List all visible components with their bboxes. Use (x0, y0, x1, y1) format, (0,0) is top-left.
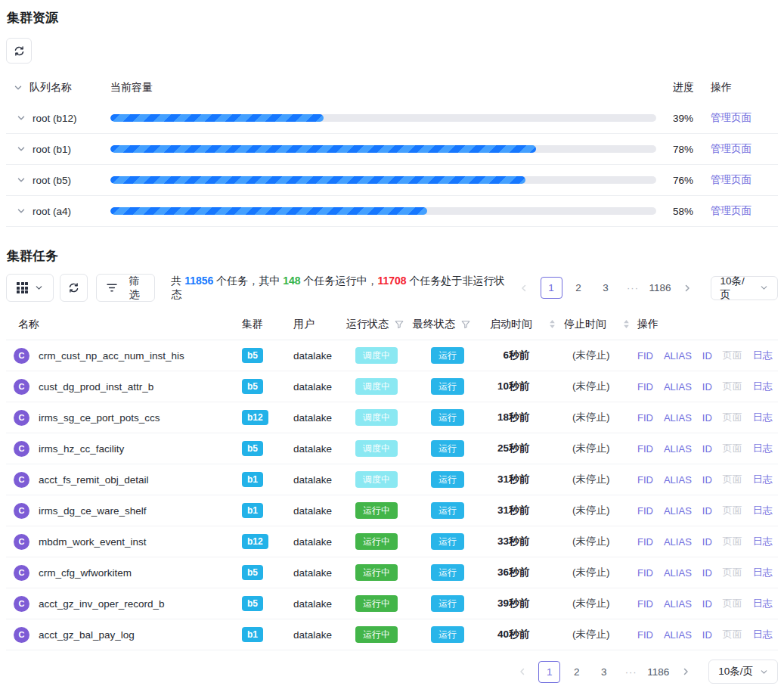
task-user: datalake (293, 443, 346, 455)
alias-link[interactable]: ALIAS (664, 443, 692, 455)
stop-time: (未停止) (564, 597, 637, 610)
row-expand-chevron-icon[interactable] (17, 144, 26, 154)
fid-link[interactable]: FID (637, 598, 653, 610)
log-link[interactable]: 日志 (753, 597, 773, 610)
fid-link[interactable]: FID (637, 443, 653, 455)
final-status-badge: 运行 (431, 378, 464, 395)
resources-refresh-button[interactable] (6, 38, 32, 64)
pagination-page-current[interactable]: 1 (538, 661, 560, 683)
alias-link[interactable]: ALIAS (664, 505, 692, 517)
task-avatar: C (14, 379, 29, 395)
task-name: acct_gz_inv_oper_record_b (39, 598, 165, 610)
alias-link[interactable]: ALIAS (664, 567, 692, 579)
final-status-filter-funnel-icon[interactable] (461, 320, 470, 329)
fid-link[interactable]: FID (637, 412, 653, 424)
collapse-all-chevron-icon[interactable] (14, 83, 23, 92)
pagination-ellipsis[interactable]: ··· (620, 661, 642, 683)
cluster-badge: b5 (242, 596, 263, 610)
pagination-page-last[interactable]: 1186 (649, 277, 671, 299)
pagination-page[interactable]: 3 (593, 661, 615, 683)
id-link[interactable]: ID (702, 567, 712, 579)
alias-link[interactable]: ALIAS (664, 381, 692, 393)
task-row: C cust_dg_prod_inst_attr_b b5 datalake 调… (6, 371, 778, 402)
run-status-badge: 调度中 (355, 378, 398, 395)
pagination-page-current[interactable]: 1 (541, 277, 562, 299)
column-settings-button[interactable] (6, 274, 54, 302)
alias-link[interactable]: ALIAS (664, 412, 692, 424)
id-link[interactable]: ID (702, 412, 712, 424)
fid-link[interactable]: FID (637, 567, 653, 579)
manage-page-link[interactable]: 管理页面 (711, 174, 751, 185)
page-size-value: 10条/页 (720, 275, 754, 302)
fid-link[interactable]: FID (637, 381, 653, 393)
fid-link[interactable]: FID (637, 350, 653, 362)
task-table: 名称 集群 用户 运行状态 最终状态 启动时间 (6, 309, 778, 650)
run-status-badge: 调度中 (355, 440, 398, 457)
fid-link[interactable]: FID (637, 629, 653, 641)
page-size-select[interactable]: 10条/页 (708, 660, 778, 684)
alias-link[interactable]: ALIAS (664, 598, 692, 610)
log-link[interactable]: 日志 (753, 442, 773, 455)
filter-button[interactable]: 筛选 (96, 274, 156, 302)
task-row: C crm_cfg_wfworkitem b5 datalake 运行中 运行 … (6, 557, 778, 588)
pagination-page[interactable]: 2 (568, 277, 590, 299)
pagination-prev-icon[interactable] (513, 277, 535, 299)
task-name: mbdm_work_event_inst (39, 536, 147, 548)
row-expand-chevron-icon[interactable] (17, 113, 26, 123)
alias-link[interactable]: ALIAS (664, 536, 692, 548)
bottom-pagination: 1 2 3 ··· 1186 10条/页 (511, 660, 778, 684)
id-link[interactable]: ID (702, 598, 712, 610)
log-link[interactable]: 日志 (753, 473, 773, 486)
id-link[interactable]: ID (702, 350, 712, 362)
final-status-badge: 运行 (431, 347, 464, 364)
row-expand-chevron-icon[interactable] (17, 206, 26, 216)
alias-link[interactable]: ALIAS (664, 629, 692, 641)
id-link[interactable]: ID (702, 381, 712, 393)
task-user: datalake (293, 536, 346, 548)
task-avatar: C (14, 565, 29, 581)
fid-link[interactable]: FID (637, 505, 653, 517)
log-link[interactable]: 日志 (753, 411, 773, 424)
fid-link[interactable]: FID (637, 536, 653, 548)
id-link[interactable]: ID (702, 629, 712, 641)
fid-link[interactable]: FID (637, 474, 653, 486)
log-link[interactable]: 日志 (753, 628, 773, 641)
capacity-progress-track (110, 114, 656, 122)
log-link[interactable]: 日志 (753, 380, 773, 393)
page-size-select[interactable]: 10条/页 (711, 276, 779, 300)
tasks-refresh-button[interactable] (60, 274, 88, 302)
alias-link[interactable]: ALIAS (664, 350, 692, 362)
start-time-sorter-icon[interactable] (549, 320, 556, 328)
manage-page-link[interactable]: 管理页面 (711, 143, 751, 154)
task-avatar: C (14, 348, 29, 364)
log-link[interactable]: 日志 (753, 566, 773, 579)
manage-page-link[interactable]: 管理页面 (711, 112, 751, 123)
resource-row: root (a4) 58% 管理页面 (6, 196, 778, 227)
id-link[interactable]: ID (702, 474, 712, 486)
cluster-badge: b12 (242, 534, 268, 548)
log-link[interactable]: 日志 (753, 535, 773, 548)
chevron-down-icon (760, 668, 768, 676)
stop-time: (未停止) (564, 349, 637, 362)
id-link[interactable]: ID (702, 505, 712, 517)
final-status-badge: 运行 (431, 626, 464, 643)
task-name: acct_gz_bal_pay_log (39, 629, 135, 641)
log-link[interactable]: 日志 (753, 504, 773, 517)
pagination-prev-icon[interactable] (511, 661, 533, 683)
pagination-page-last[interactable]: 1186 (647, 661, 669, 683)
pagination-page[interactable]: 3 (595, 277, 617, 299)
log-link[interactable]: 日志 (753, 349, 773, 362)
run-status-filter-funnel-icon[interactable] (395, 320, 404, 329)
pagination-ellipsis[interactable]: ··· (622, 277, 644, 299)
id-link[interactable]: ID (702, 536, 712, 548)
stop-time-sorter-icon[interactable] (623, 320, 630, 328)
id-link[interactable]: ID (702, 443, 712, 455)
progress-percent: 39% (656, 113, 709, 124)
row-expand-chevron-icon[interactable] (17, 175, 26, 185)
pagination-page[interactable]: 2 (566, 661, 587, 683)
pagination-next-icon[interactable] (677, 277, 699, 299)
pagination-next-icon[interactable] (674, 661, 696, 683)
manage-page-link[interactable]: 管理页面 (711, 205, 751, 216)
alias-link[interactable]: ALIAS (664, 474, 692, 486)
capacity-progress-track (110, 207, 656, 215)
